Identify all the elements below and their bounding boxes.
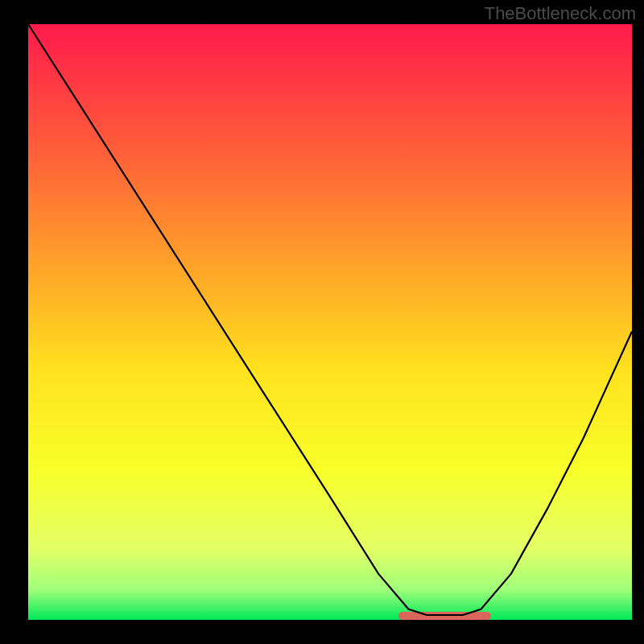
plot-background	[28, 24, 632, 620]
watermark-text: TheBottleneck.com	[485, 3, 636, 24]
chart-frame: TheBottleneck.com	[0, 0, 644, 644]
bottleneck-chart	[0, 0, 644, 644]
